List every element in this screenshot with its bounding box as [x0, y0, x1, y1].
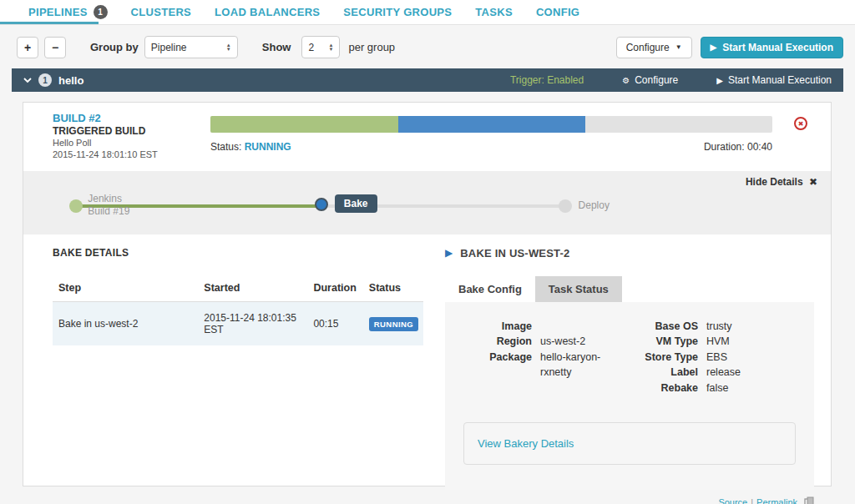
config-column-left: Image Regionus-west-2 Packagehello-karyo… — [463, 319, 630, 396]
stage-dot-jenkins[interactable] — [69, 199, 83, 213]
group-by-label: Group by — [90, 41, 139, 53]
select-arrows-icon: ▲▼ — [321, 43, 334, 52]
bake-config-content: Image Regionus-west-2 Packagehello-karyo… — [445, 302, 814, 491]
expand-button[interactable]: + — [17, 37, 38, 58]
config-column-right: Base OStrusty VM TypeHVM Store TypeEBS L… — [630, 319, 796, 396]
execution-footer: Source | Permalink — [445, 496, 814, 504]
step-started-cell: 2015-11-24 18:01:35 EST — [198, 301, 307, 345]
select-arrows-icon: ▲▼ — [218, 43, 231, 52]
config-key: Base OS — [630, 319, 706, 335]
bake-details-title: BAKE DETAILS — [53, 247, 423, 259]
configure-label: Configure — [626, 42, 670, 53]
stage-label-jenkins[interactable]: Jenkins Build #19 — [88, 193, 129, 218]
status-value: RUNNING — [245, 141, 291, 153]
config-value: hello-karyon-rxnetty — [540, 350, 628, 381]
stage-config-panel: ▶ BAKE IN US-WEST-2 Bake Config Task Sta… — [445, 247, 814, 504]
execution-progress-bar[interactable] — [210, 116, 772, 133]
config-value: trusty — [706, 319, 732, 335]
show-label: Show — [262, 41, 291, 53]
group-by-select[interactable]: Pipeline ▲▼ — [144, 36, 238, 58]
collapse-button[interactable]: − — [44, 37, 66, 58]
caret-down-icon: ▼ — [675, 43, 682, 51]
config-value: false — [706, 381, 728, 396]
tab-security-groups[interactable]: SECURITY GROUPS — [343, 6, 452, 18]
stage-label-bake[interactable]: Bake — [335, 194, 377, 213]
step-duration-cell: 00:15 — [307, 301, 362, 345]
config-key: Rebake — [630, 381, 706, 396]
column-header-duration: Duration — [307, 277, 362, 302]
tab-load-balancers[interactable]: LOAD BALANCERS — [215, 6, 320, 18]
column-header-started: Started — [198, 277, 307, 302]
config-key: Package — [463, 350, 540, 381]
config-key: Label — [630, 365, 706, 381]
stage-details-panels: BAKE DETAILS Step Started Duration Statu… — [23, 234, 831, 504]
build-type-label: TRIGGERED BUILD — [53, 125, 189, 138]
progress-segment-complete — [210, 116, 398, 133]
start-manual-execution-label: Start Manual Execution — [722, 42, 833, 53]
source-link[interactable]: Source — [718, 497, 747, 504]
step-name-cell: Bake in us-west-2 — [53, 301, 198, 345]
tab-clusters[interactable]: CLUSTERS — [131, 6, 191, 18]
pipelines-toolbar: + − Group by Pipeline ▲▼ Show 2 ▲▼ per g… — [0, 25, 855, 67]
config-key: Region — [463, 334, 540, 350]
stage-timeline: Jenkins Build #19 Bake Deploy — [37, 189, 817, 223]
execution-card: BUILD #2 TRIGGERED BUILD Hello Poll 2015… — [23, 102, 832, 486]
jenkins-stage-name: Jenkins — [88, 193, 129, 205]
configure-dropdown-button[interactable]: Configure ▼ — [616, 37, 692, 58]
stage-play-icon: ▶ — [445, 247, 453, 259]
bake-details-panel: BAKE DETAILS Step Started Duration Statu… — [53, 247, 423, 504]
show-count-value: 2 — [308, 42, 314, 53]
steps-table: Step Started Duration Status Bake in us-… — [53, 277, 423, 345]
step-status-cell: RUNNING — [363, 301, 423, 345]
status-badge: RUNNING — [369, 317, 418, 331]
chevron-down-icon — [23, 78, 32, 83]
copy-icon[interactable] — [804, 496, 814, 504]
trigger-name: Hello Poll — [53, 138, 189, 149]
config-key: Store Type — [630, 350, 706, 365]
config-key: Image — [463, 319, 540, 335]
footer-separator: | — [751, 497, 753, 504]
execution-header: BUILD #2 TRIGGERED BUILD Hello Poll 2015… — [23, 103, 831, 161]
group-start-execution-button[interactable]: ▶ Start Manual Execution — [716, 74, 832, 86]
jenkins-build-number: Build #19 — [88, 205, 129, 218]
pipeline-group-header[interactable]: 1 hello Trigger: Enabled ⚙ Configure ▶ S… — [12, 68, 843, 92]
config-key: VM Type — [630, 334, 706, 350]
tab-tasks[interactable]: TASKS — [475, 6, 513, 18]
group-configure-label: Configure — [635, 74, 678, 86]
stage-dot-bake[interactable] — [315, 198, 328, 211]
play-icon: ▶ — [711, 43, 717, 52]
hide-details-label: Hide Details — [746, 176, 803, 188]
group-configure-button[interactable]: ⚙ Configure — [622, 74, 678, 86]
execution-start-time: 2015-11-24 18:01:10 EST — [53, 149, 189, 161]
group-by-value: Pipeline — [151, 42, 187, 53]
group-start-execution-label: Start Manual Execution — [728, 74, 832, 86]
active-tab-underline — [0, 22, 99, 24]
permalink-link[interactable]: Permalink — [756, 497, 797, 504]
tab-task-status[interactable]: Task Status — [535, 276, 622, 302]
column-header-step: Step — [53, 277, 198, 302]
duration-text: Duration: 00:40 — [704, 141, 772, 153]
progress-segment-running — [398, 116, 584, 133]
cancel-execution-icon[interactable]: ✖ — [794, 117, 807, 130]
tab-pipelines-label: PIPELINES — [28, 6, 88, 18]
pipeline-name: hello — [58, 74, 83, 87]
stage-dot-deploy[interactable] — [559, 199, 572, 213]
pipelines-count-badge: 1 — [94, 5, 108, 19]
hide-details-button[interactable]: Hide Details ✖ — [37, 176, 817, 188]
show-count-select[interactable]: 2 ▲▼ — [301, 36, 340, 58]
config-value: EBS — [706, 350, 727, 365]
tab-config[interactable]: CONFIG — [536, 6, 579, 18]
per-group-label: per group — [348, 41, 395, 53]
start-manual-execution-button[interactable]: ▶ Start Manual Execution — [701, 37, 843, 58]
trigger-status: Trigger: Enabled — [510, 74, 584, 86]
close-icon: ✖ — [809, 176, 817, 188]
table-row[interactable]: Bake in us-west-2 2015-11-24 18:01:35 ES… — [53, 301, 423, 345]
stage-label-deploy[interactable]: Deploy — [579, 199, 610, 212]
tab-bake-config[interactable]: Bake Config — [445, 276, 535, 302]
view-bakery-details-link[interactable]: View Bakery Details — [478, 437, 574, 450]
gear-icon: ⚙ — [622, 76, 630, 85]
column-header-status: Status — [363, 277, 423, 302]
status-label: Status: — [210, 141, 241, 153]
tab-pipelines[interactable]: PIPELINES 1 — [28, 5, 108, 19]
build-link[interactable]: BUILD #2 — [53, 112, 189, 125]
